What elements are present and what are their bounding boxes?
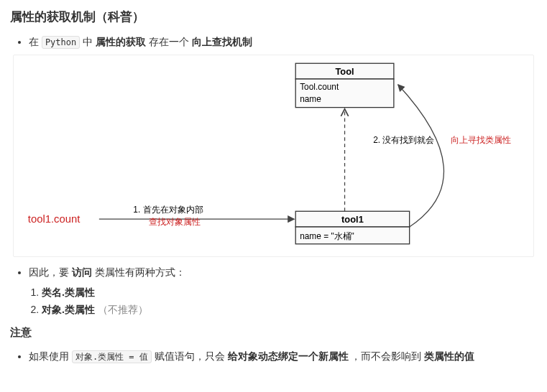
python-code: Python — [42, 36, 80, 49]
note-bullet: 如果使用 对象.类属性 = 值 赋值语句，只会 给对象动态绑定一个新属性 ，而不… — [29, 348, 537, 364]
intro-prefix: 在 — [29, 36, 39, 47]
intro-b1: 属性的获取 — [96, 36, 146, 47]
diagram-container: Tool Tool.count name tool1 name = "水桶" 2… — [13, 55, 534, 257]
way-1: 类名.类属性 — [42, 284, 537, 300]
note-mid2: ，而不会影响到 — [351, 350, 421, 362]
therefore-bullet: 因此，要 访问 类属性有两种方式： — [29, 264, 537, 280]
step1-label-b: 查找对象属性 — [149, 217, 201, 227]
tool1-count-label: tool1.count — [28, 213, 81, 225]
tool-attr2: name — [300, 93, 321, 103]
therefore-suffix: 类属性有两种方式： — [95, 266, 185, 278]
lookup-diagram: Tool Tool.count name tool1 name = "水桶" 2… — [14, 55, 533, 256]
intro-mid2: 存在一个 — [149, 36, 189, 47]
step2-label-b: 向上寻找类属性 — [451, 135, 511, 145]
step2-arrow — [398, 85, 444, 227]
tool-attr1: Tool.count — [300, 81, 339, 91]
way2-gray: （不推荐） — [98, 304, 148, 315]
step1-label-a: 1. 首先在对象内部 — [133, 205, 203, 215]
tool1-attr1: name = "水桶" — [300, 230, 354, 241]
tool1-obj-name: tool1 — [341, 214, 364, 225]
therefore-prefix: 因此，要 — [29, 266, 69, 278]
tool-class-name: Tool — [335, 66, 354, 77]
step2-label-a: 2. 没有找到就会 — [373, 135, 434, 145]
section-heading: 属性的获取机制（科普） — [10, 7, 537, 27]
note-b2: 类属性的值 — [424, 350, 474, 362]
note-prefix: 如果使用 — [29, 350, 69, 362]
therefore-b: 访问 — [72, 266, 92, 278]
way2-bold: 对象.类属性 — [42, 304, 95, 315]
intro-bullet: 在 Python 中 属性的获取 存在一个 向上查找机制 — [29, 34, 537, 50]
note-heading: 注意 — [10, 324, 537, 341]
note-mid: 赋值语句，只会 — [155, 350, 225, 362]
way1-text: 类名.类属性 — [42, 286, 95, 298]
way-2: 对象.类属性 （不推荐） — [42, 302, 537, 317]
note-code: 对象.类属性 = 值 — [72, 350, 152, 363]
intro-b2: 向上查找机制 — [192, 36, 252, 47]
intro-mid: 中 — [83, 36, 93, 47]
note-b1: 给对象动态绑定一个新属性 — [228, 350, 349, 362]
